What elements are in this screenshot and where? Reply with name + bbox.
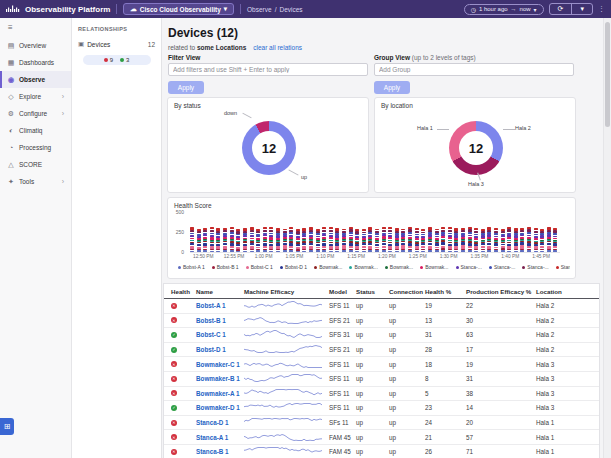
feedback-widget-button[interactable]: ⊞: [0, 418, 14, 435]
health-bar[interactable]: [296, 228, 300, 252]
health-bar[interactable]: [190, 227, 194, 252]
sidebar-item-score[interactable]: △SCORE: [0, 156, 71, 173]
health-bar[interactable]: [342, 228, 346, 252]
sidebar-item-dashboards[interactable]: ▦Dashboards: [0, 54, 71, 71]
kebab-menu-icon[interactable]: ⋮: [598, 5, 605, 13]
health-bar[interactable]: [395, 228, 399, 252]
device-name-link[interactable]: Bobst-B 1: [196, 317, 226, 324]
table-row[interactable]: ✕Bobst-B 1SFS 21upup1330Hala 2: [164, 314, 599, 329]
health-bar[interactable]: [454, 228, 458, 252]
health-bar[interactable]: [263, 227, 267, 252]
health-bar[interactable]: [520, 228, 524, 252]
health-bar[interactable]: [534, 228, 538, 252]
health-bar[interactable]: [230, 227, 234, 252]
health-bar[interactable]: [322, 227, 326, 252]
health-bar[interactable]: [388, 227, 392, 252]
sidebar-item-observe[interactable]: ◉Observe: [0, 71, 71, 88]
breadcrumb-observe[interactable]: Observe: [247, 6, 272, 13]
col-health-pct[interactable]: Health %: [425, 288, 466, 295]
table-row[interactable]: ✓Bobst-C 1SFS 31upup3163Hala 2: [164, 328, 599, 343]
health-bar[interactable]: [375, 228, 379, 252]
health-bar[interactable]: [210, 227, 214, 252]
device-name-link[interactable]: Bobst-C 1: [196, 331, 226, 338]
legend-item[interactable]: Bowmak...: [314, 264, 342, 270]
time-range-picker[interactable]: ◷ 1 hour ago → now ▾: [464, 4, 544, 15]
health-bar[interactable]: [302, 228, 306, 252]
sidebar-item-explore[interactable]: ◇Explore›: [0, 88, 71, 105]
table-row[interactable]: ✕Stanca-D 1SFs 11upup2420Hala 1: [164, 416, 599, 431]
device-name-link[interactable]: Bowmaker-D 1: [196, 404, 240, 411]
health-bar[interactable]: [448, 226, 452, 252]
health-bar[interactable]: [316, 228, 320, 252]
device-name-link[interactable]: Stanca-A 1: [196, 434, 228, 441]
health-bar[interactable]: [382, 227, 386, 252]
health-bar[interactable]: [553, 228, 557, 252]
health-bar[interactable]: [283, 228, 287, 252]
filter-apply-button[interactable]: Apply: [168, 81, 204, 94]
refresh-options-button[interactable]: ▾: [571, 4, 592, 14]
table-row[interactable]: ✓Bobst-D 1SFS 21upup2817Hala 2: [164, 343, 599, 358]
table-row[interactable]: ✕Stanca-A 1FAM 45upup2157Hala 1: [164, 430, 599, 445]
health-bar[interactable]: [487, 227, 491, 253]
health-bar[interactable]: [468, 227, 472, 252]
health-bar[interactable]: [197, 229, 201, 252]
health-bar[interactable]: [421, 228, 425, 252]
health-bar[interactable]: [501, 228, 505, 252]
health-bar[interactable]: [435, 228, 439, 252]
health-bar[interactable]: [329, 227, 333, 252]
health-bar[interactable]: [276, 228, 280, 252]
health-bar[interactable]: [216, 228, 220, 252]
health-bar[interactable]: [256, 229, 260, 252]
health-bar[interactable]: [481, 228, 485, 252]
legend-item[interactable]: Bobst-D 1: [280, 264, 307, 270]
legend-item[interactable]: Bobst-C 1: [246, 264, 273, 270]
table-row[interactable]: ✕Bobst-A 1SFS 11upup1922Hala 2: [164, 299, 599, 314]
health-bar[interactable]: [401, 228, 405, 252]
group-apply-button[interactable]: Apply: [374, 81, 410, 94]
col-connection[interactable]: Connection: [389, 288, 425, 295]
scrollbar-thumb[interactable]: [605, 22, 610, 127]
health-bar[interactable]: [355, 228, 359, 252]
health-bar[interactable]: [368, 227, 372, 252]
table-row[interactable]: ✕Bowmaker-A 1SFS 11upup538Hala 3: [164, 387, 599, 402]
relationships-devices-row[interactable]: ▣ Devices 12: [78, 40, 155, 48]
sidebar-item-configure[interactable]: ⚙Configure›: [0, 105, 71, 122]
sidebar-item-tools[interactable]: ✦Tools›: [0, 173, 71, 190]
legend-item[interactable]: Bowmak...: [420, 264, 448, 270]
health-bar[interactable]: [540, 228, 544, 252]
health-bar[interactable]: [507, 226, 511, 252]
health-summary-pill[interactable]: 9 3: [83, 55, 151, 65]
health-bar[interactable]: [527, 227, 531, 252]
legend-item[interactable]: Stanca-...: [556, 264, 570, 270]
table-row[interactable]: ✕Bowmaker-C 1SFS 11upup1819Hala 3: [164, 357, 599, 372]
col-machine-efficacy[interactable]: Machine Efficacy: [244, 288, 329, 295]
hamburger-icon[interactable]: ≡: [0, 18, 71, 37]
col-health[interactable]: Health: [171, 288, 196, 295]
legend-item[interactable]: Bobst-B 1: [212, 264, 239, 270]
group-input[interactable]: [374, 63, 574, 76]
health-bar[interactable]: [514, 228, 518, 252]
device-name-link[interactable]: Bowmaker-C 1: [196, 361, 240, 368]
by-status-donut[interactable]: 12: [242, 121, 296, 175]
col-status[interactable]: Status: [356, 288, 389, 295]
legend-item[interactable]: Stanca-...: [456, 264, 482, 270]
by-location-donut[interactable]: 12: [449, 121, 503, 175]
health-bar[interactable]: [362, 229, 366, 252]
col-model[interactable]: Model: [329, 288, 356, 295]
health-bar[interactable]: [203, 227, 207, 252]
health-bar[interactable]: [461, 228, 465, 252]
sidebar-item-climatiq[interactable]: ◐Climatiq: [0, 122, 71, 139]
filter-input[interactable]: [168, 63, 368, 76]
health-bar[interactable]: [441, 227, 445, 252]
health-bar[interactable]: [428, 227, 432, 253]
legend-item[interactable]: Stanca-...: [522, 264, 548, 270]
health-bar[interactable]: [289, 227, 293, 252]
health-bar[interactable]: [335, 228, 339, 252]
health-bar[interactable]: [236, 228, 240, 252]
health-bar[interactable]: [408, 227, 412, 252]
device-name-link[interactable]: Stanca-B 1: [196, 448, 229, 455]
device-name-link[interactable]: Bobst-A 1: [196, 302, 226, 309]
col-location[interactable]: Location: [536, 288, 596, 295]
health-bar[interactable]: [494, 228, 498, 252]
legend-item[interactable]: Bowmak...: [349, 264, 377, 270]
